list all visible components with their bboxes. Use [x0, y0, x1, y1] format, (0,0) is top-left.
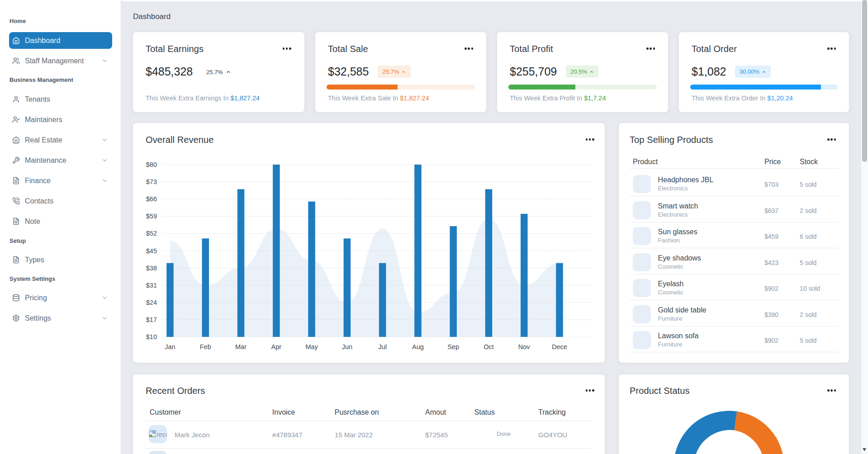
svg-text:Apr: Apr	[271, 343, 282, 350]
svg-text:Aug: Aug	[412, 343, 424, 350]
svg-text:$17: $17	[146, 316, 157, 323]
svg-text:$38: $38	[146, 265, 157, 272]
svg-text:$59: $59	[146, 213, 157, 220]
svg-text:Oct: Oct	[484, 343, 494, 350]
svg-text:$52: $52	[146, 230, 157, 237]
svg-text:$80: $80	[146, 161, 157, 168]
svg-text:Dece: Dece	[552, 343, 567, 350]
svg-text:Feb: Feb	[200, 343, 211, 350]
svg-text:Mar: Mar	[235, 343, 247, 350]
svg-text:$73: $73	[146, 178, 157, 185]
svg-text:May: May	[305, 343, 318, 350]
svg-text:$45: $45	[146, 247, 157, 255]
svg-text:$31: $31	[146, 282, 157, 289]
svg-text:Jan: Jan	[165, 343, 175, 350]
svg-text:$10: $10	[146, 333, 157, 340]
svg-text:Nov: Nov	[518, 343, 531, 350]
svg-text:$66: $66	[146, 195, 157, 203]
svg-text:Sep: Sep	[447, 343, 459, 350]
svg-text:$24: $24	[146, 299, 157, 306]
svg-text:Jun: Jun	[342, 343, 352, 350]
svg-text:Jul: Jul	[378, 343, 387, 350]
